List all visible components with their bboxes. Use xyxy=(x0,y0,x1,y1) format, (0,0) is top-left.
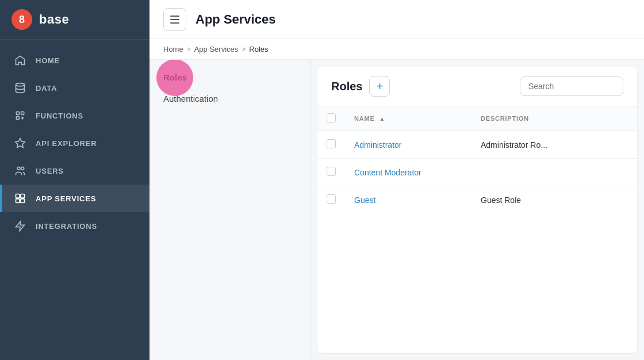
sub-nav-auth-label: Authentication xyxy=(163,94,218,104)
role-name-link[interactable]: Content Moderator xyxy=(354,168,421,177)
sidebar-item-functions-label: FUNCTIONS xyxy=(36,112,83,120)
row-description-cell: Guest Role xyxy=(471,186,637,214)
sidebar-item-data-label: DATA xyxy=(36,84,57,93)
sub-sidebar: Roles Authentication xyxy=(150,60,310,360)
sort-arrow-icon: ▲ xyxy=(379,116,385,122)
users-icon xyxy=(14,165,26,177)
sidebar: 8 base HOME DATA xyxy=(0,0,150,360)
row-name-cell: Content Moderator xyxy=(345,159,471,186)
content-area: Roles Authentication Roles + xyxy=(150,60,644,360)
breadcrumb-roles: Roles xyxy=(249,45,268,53)
hamburger-line-1 xyxy=(170,16,179,17)
breadcrumb-home[interactable]: Home xyxy=(163,45,183,53)
menu-toggle-button[interactable] xyxy=(163,8,186,31)
logo-icon: 8 xyxy=(12,9,32,30)
svg-marker-13 xyxy=(16,221,25,231)
sidebar-item-users-label: USERS xyxy=(36,167,64,175)
sidebar-item-home[interactable]: HOME xyxy=(0,47,150,74)
svg-rect-1 xyxy=(16,112,19,114)
svg-point-7 xyxy=(17,167,20,170)
svg-rect-3 xyxy=(16,117,19,120)
sidebar-item-integrations-label: INTEGRATIONS xyxy=(36,222,97,231)
sidebar-item-functions[interactable]: FUNCTIONS xyxy=(0,102,150,129)
row-checkbox[interactable] xyxy=(327,139,336,148)
roles-panel: Roles + NAME ▲ xyxy=(317,67,637,353)
main-nav: HOME DATA FUNCTIONS xyxy=(0,40,150,360)
functions-icon xyxy=(14,110,26,121)
breadcrumb-sep-2: > xyxy=(241,45,246,53)
add-role-button[interactable]: + xyxy=(369,76,390,97)
main-content: App Services Home > App Services > Roles… xyxy=(150,0,644,360)
table-row: Content Moderator xyxy=(317,159,637,186)
api-explorer-icon xyxy=(14,137,26,149)
th-description: DESCRIPTION xyxy=(471,106,637,131)
svg-rect-10 xyxy=(21,194,25,198)
svg-rect-11 xyxy=(16,199,20,203)
row-checkbox[interactable] xyxy=(327,194,336,204)
svg-marker-6 xyxy=(16,139,25,148)
sub-nav-authentication[interactable]: Authentication xyxy=(150,88,310,109)
sidebar-item-app-services-label: APP SERVICES xyxy=(36,194,96,203)
roles-table-body: Administrator Administrator Ro... Conten… xyxy=(317,131,637,214)
roles-highlight: Roles xyxy=(163,72,187,82)
page-title: App Services xyxy=(195,12,275,27)
integrations-icon xyxy=(14,220,26,232)
sidebar-item-api-label: API EXPLORER xyxy=(36,139,97,148)
sidebar-item-app-services[interactable]: APP SERVICES xyxy=(0,185,150,212)
hamburger-line-3 xyxy=(170,22,179,24)
sidebar-item-users[interactable]: USERS xyxy=(0,157,150,185)
breadcrumb-app-services[interactable]: App Services xyxy=(194,45,239,53)
svg-rect-12 xyxy=(21,199,25,203)
panel-header: Roles + xyxy=(317,67,637,106)
th-checkbox xyxy=(317,106,345,131)
row-checkbox[interactable] xyxy=(327,167,336,176)
logo-area[interactable]: 8 base xyxy=(0,0,150,40)
row-checkbox-cell xyxy=(317,186,345,214)
logo-text: base xyxy=(39,12,69,27)
roles-panel-title: Roles xyxy=(331,80,362,93)
sidebar-item-home-label: HOME xyxy=(36,56,60,65)
svg-rect-9 xyxy=(16,194,20,198)
table-row: Guest Guest Role xyxy=(317,186,637,214)
search-wrap xyxy=(520,76,623,96)
svg-point-8 xyxy=(21,167,24,170)
svg-point-0 xyxy=(16,83,25,86)
sidebar-item-integrations[interactable]: INTEGRATIONS xyxy=(0,212,150,240)
app-services-icon xyxy=(14,193,26,204)
row-description-cell: Administrator Ro... xyxy=(471,131,637,159)
breadcrumb: Home > App Services > Roles xyxy=(150,39,644,60)
table-header-row: NAME ▲ DESCRIPTION xyxy=(317,106,637,131)
th-name[interactable]: NAME ▲ xyxy=(345,106,471,131)
active-bar xyxy=(0,185,2,212)
row-name-cell: Administrator xyxy=(345,131,471,159)
row-name-cell: Guest xyxy=(345,186,471,214)
header-checkbox[interactable] xyxy=(327,113,336,122)
sub-nav-roles[interactable]: Roles xyxy=(150,67,310,88)
role-name-link[interactable]: Administrator xyxy=(354,140,401,150)
hamburger-line-2 xyxy=(170,19,179,20)
roles-table: NAME ▲ DESCRIPTION Administrator Adminis… xyxy=(317,106,637,213)
topbar: App Services xyxy=(150,0,644,39)
sub-nav-roles-label: Roles xyxy=(163,72,187,82)
row-checkbox-cell xyxy=(317,131,345,159)
svg-rect-2 xyxy=(21,112,24,114)
table-row: Administrator Administrator Ro... xyxy=(317,131,637,159)
row-description-cell xyxy=(471,159,637,186)
search-input[interactable] xyxy=(520,76,623,96)
breadcrumb-sep-1: > xyxy=(187,45,191,53)
role-name-link[interactable]: Guest xyxy=(354,196,375,205)
home-icon xyxy=(14,55,26,66)
data-icon xyxy=(14,82,26,94)
sidebar-item-data[interactable]: DATA xyxy=(0,74,150,102)
sidebar-item-api-explorer[interactable]: API EXPLORER xyxy=(0,129,150,157)
row-checkbox-cell xyxy=(317,159,345,186)
